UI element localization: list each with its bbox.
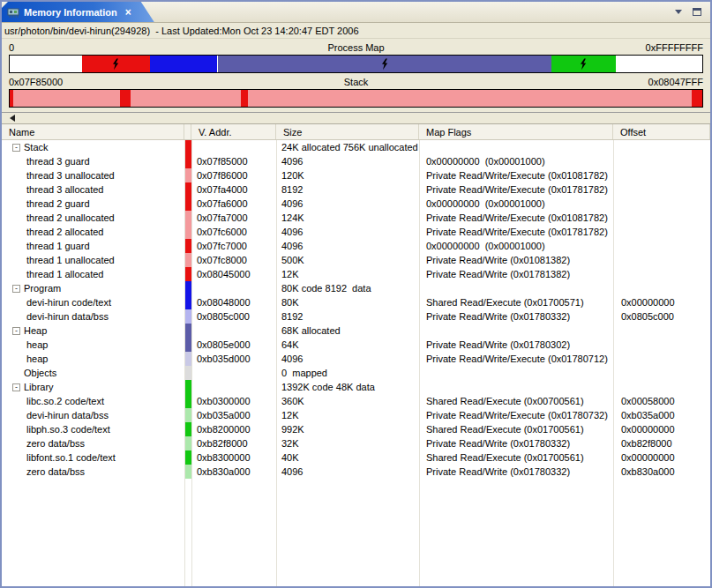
row-offset [613,211,710,225]
row-map-flags: Private Read/Write/Execute (0x01780732) [419,408,613,422]
view-menu-icon[interactable] [675,10,682,14]
table-row[interactable]: thread 1 allocated 0x08045000 12K Privat… [2,267,710,281]
row-name: devi-hirun data/bss [2,408,184,422]
row-map-flags: Shared Read/Execute (0x00700561) [419,394,613,408]
table-row[interactable]: devi-hirun code/text 0x08048000 80K Shar… [2,295,710,309]
row-offset [613,338,710,352]
row-vaddr: 0xb82f8000 [191,436,276,450]
row-color-chip [184,281,191,295]
row-offset [613,281,710,295]
map-horizontal-scrollbar[interactable] [2,112,710,123]
table-row[interactable]: libfont.so.1 code/text 0xb8300000 40K Sh… [2,450,710,465]
row-map-flags: Private Read/Write/Execute (0x01081782) [419,168,613,182]
row-color-chip [184,253,191,267]
row-size: 360K [276,394,419,408]
table-row[interactable]: libc.so.2 code/text 0xb0300000 360K Shar… [2,394,710,408]
row-map-flags: Private Read/Write (0x01780332) [419,309,613,324]
map-segment [551,56,616,72]
table-row[interactable]: thread 3 unallocated 0x07f86000 120K Pri… [2,168,710,182]
table-row[interactable]: thread 2 guard 0x07fa6000 4096 0x0000000… [2,197,710,211]
memory-information-view: Memory Information × usr/photon/bin/devi… [0,0,712,588]
collapse-icon[interactable]: - [12,383,20,391]
row-name: thread 2 unallocated [2,211,184,225]
row-name: libc.so.2 code/text [2,394,184,408]
row-vaddr: 0x07fa4000 [191,182,276,197]
view-tab-bar: Memory Information × [2,2,710,23]
row-map-flags [419,366,613,380]
row-name: - Program [2,281,184,295]
row-vaddr [191,324,276,338]
row-map-flags: 0x00000000 (0x00001000) [419,239,613,253]
row-color-chip [184,380,191,394]
row-map-flags: Shared Read/Execute (0x01700571) [419,295,613,309]
row-name: libfont.so.1 code/text [2,450,184,465]
row-size: 12K [276,408,419,422]
table-row[interactable]: - Stack 24K allocated 756K unallocated [2,140,710,154]
column-header-name[interactable]: Name [2,124,184,139]
table-row[interactable]: thread 1 unallocated 0x07fc8000 500K Pri… [2,253,710,267]
column-separator [419,140,420,586]
row-color-chip [184,140,191,154]
row-offset [613,140,710,154]
scroll-left-arrow-icon[interactable] [10,115,15,122]
memory-chip-icon [7,6,19,19]
row-vaddr: 0xb830a000 [191,465,276,479]
row-offset [613,154,710,168]
table-row[interactable]: heap 0x0805e000 64K Private Read/Write (… [2,338,710,352]
row-name: - Library [2,380,184,394]
tab-memory-information[interactable]: Memory Information × [2,2,154,22]
table-row[interactable]: - Program 80K code 8192 data [2,281,710,295]
row-color-chip [184,352,191,366]
table-row[interactable]: thread 3 allocated 0x07fa4000 8192 Priva… [2,182,710,197]
table-row[interactable]: - Heap 68K allocated [2,324,710,338]
lightning-bolt-icon [112,58,119,71]
column-separator [184,140,185,586]
table-row[interactable]: heap 0xb035d000 4096 Private Read/Write/… [2,352,710,366]
row-color-chip [184,450,191,465]
row-vaddr: 0x07fc6000 [191,225,276,239]
row-size: 80K [276,295,419,309]
row-name: thread 1 guard [2,239,184,253]
close-icon[interactable]: × [125,6,131,19]
row-size: 120K [276,168,419,182]
row-size: 8192 [276,182,419,197]
table-row[interactable]: Objects 0 mapped [2,366,710,380]
collapse-icon[interactable]: - [12,144,20,152]
row-map-flags: Private Read/Write/Execute (0x01781782) [419,182,613,197]
column-header-map-flags[interactable]: Map Flags [419,124,613,139]
table-row[interactable]: thread 2 allocated 0x07fc6000 4096 Priva… [2,225,710,239]
row-vaddr: 0x08045000 [191,267,276,281]
row-vaddr: 0xb035a000 [191,408,276,422]
row-offset [613,168,710,182]
column-header-size[interactable]: Size [276,124,419,139]
row-size: 4096 [276,197,419,211]
row-map-flags: Private Read/Write/Execute (0x01781782) [419,225,613,239]
row-size: 80K code 8192 data [276,281,419,295]
table-body: - Stack 24K allocated 756K unallocated t… [2,140,710,586]
table-row[interactable]: thread 2 unallocated 0x07fa7000 124K Pri… [2,211,710,225]
column-header-vaddr[interactable]: V. Addr. [191,124,276,139]
row-size: 64K [276,338,419,352]
table-row[interactable]: libph.so.3 code/text 0xb8200000 992K Sha… [2,422,710,436]
table-row[interactable]: thread 1 guard 0x07fc7000 4096 0x0000000… [2,239,710,253]
table-row[interactable]: devi-hirun data/bss 0x0805c000 8192 Priv… [2,309,710,324]
row-map-flags [419,140,613,154]
row-name: thread 3 allocated [2,182,184,197]
table-row[interactable]: zero data/bss 0xb82f8000 32K Private Rea… [2,436,710,450]
row-map-flags [419,324,613,338]
column-header-offset[interactable]: Offset [613,124,710,139]
table-row[interactable]: thread 3 guard 0x07f85000 4096 0x0000000… [2,154,710,168]
row-size: 1392K code 48K data [276,380,419,394]
collapse-icon[interactable]: - [12,285,20,293]
row-name: thread 2 guard [2,197,184,211]
row-color-chip [184,182,191,197]
row-color-chip [184,465,191,479]
table-row[interactable]: devi-hirun data/bss 0xb035a000 12K Priva… [2,408,710,422]
table-row[interactable]: - Library 1392K code 48K data [2,380,710,394]
row-name: heap [2,338,184,352]
maximize-icon[interactable] [693,8,701,16]
process-map-start-address: 0 [9,42,240,53]
collapse-icon[interactable]: - [12,327,20,335]
row-offset [613,352,710,366]
table-row[interactable]: zero data/bss 0xb830a000 4096 Private Re… [2,465,710,479]
